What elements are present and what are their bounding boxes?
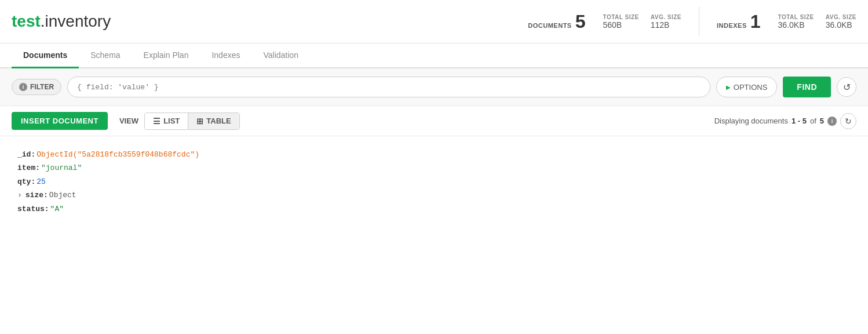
documents-total-size: TOTAL SIZE 560B — [603, 14, 639, 30]
refresh-icon: ↻ — [845, 117, 852, 126]
filter-label: FILTER — [30, 83, 54, 91]
doc-item-field: item: "journal" — [17, 161, 851, 175]
documents-count: 5 — [575, 12, 586, 31]
insert-document-button[interactable]: INSERT DOCUMENT — [12, 112, 108, 130]
refresh-button[interactable]: ↻ — [840, 113, 856, 129]
indexes-avg-size: AVG. SIZE 36.0KB — [826, 14, 856, 30]
documents-size-stats: TOTAL SIZE 560B AVG. SIZE 112B — [603, 14, 681, 30]
filter-input[interactable] — [67, 77, 710, 97]
doc-qty-key: qty: — [17, 175, 35, 188]
doc-item-value: "journal" — [41, 161, 82, 175]
documents-stat: DOCUMENTS 5 — [528, 12, 585, 31]
indexes-size-stats: TOTAL SIZE 36.0KB AVG. SIZE 36.0KB — [778, 14, 856, 30]
doc-id-value: ObjectId("5a2818fcb3559f048b68fcdc") — [37, 148, 199, 161]
doc-status-value: "A" — [50, 202, 64, 216]
doc-item-key: item: — [17, 161, 40, 175]
doc-id-field: _id: ObjectId("5a2818fcb3559f048b68fcdc"… — [17, 148, 851, 161]
options-arrow-icon: ▶ — [726, 84, 731, 90]
documents-label: DOCUMENTS — [528, 22, 571, 29]
display-of: of — [810, 117, 816, 125]
tab-explain-plan[interactable]: Explain Plan — [132, 43, 200, 68]
display-count: 5 — [820, 117, 824, 125]
collection-title: test.inventory — [12, 12, 111, 31]
filter-info-icon: i — [19, 83, 27, 91]
list-view-button[interactable]: ☰ LIST — [145, 113, 188, 129]
doc-status-field: status: "A" — [17, 202, 851, 216]
filter-button[interactable]: i FILTER — [12, 79, 61, 95]
options-button[interactable]: ▶ OPTIONS — [716, 77, 778, 97]
document-area: _id: ObjectId("5a2818fcb3559f048b68fcdc"… — [0, 136, 868, 252]
find-button[interactable]: FIND — [783, 77, 831, 97]
documents-avg-size: AVG. SIZE 112B — [651, 14, 681, 30]
indexes-count: 1 — [750, 12, 761, 31]
page-header: test.inventory DOCUMENTS 5 TOTAL SIZE 56… — [0, 0, 868, 43]
tab-validation[interactable]: Validation — [251, 43, 309, 68]
table-view-button[interactable]: ⊞ TABLE — [188, 113, 239, 129]
list-label: LIST — [163, 117, 180, 125]
display-text-prefix: Displaying documents — [714, 117, 788, 125]
stats-group: DOCUMENTS 5 TOTAL SIZE 560B AVG. SIZE 11… — [528, 7, 856, 36]
tab-documents[interactable]: Documents — [12, 43, 79, 68]
indexes-total-size: TOTAL SIZE 36.0KB — [778, 14, 814, 30]
tab-schema[interactable]: Schema — [79, 43, 132, 68]
list-icon: ☰ — [153, 117, 161, 126]
stat-divider — [699, 7, 699, 36]
document-toolbar: INSERT DOCUMENT VIEW ☰ LIST ⊞ TABLE Disp… — [0, 106, 868, 136]
display-info-icon[interactable]: i — [827, 117, 837, 126]
view-label: VIEW — [119, 117, 138, 125]
filter-bar: i FILTER ▶ OPTIONS FIND ↺ — [0, 68, 868, 106]
tab-bar: Documents Schema Explain Plan Indexes Va… — [0, 43, 868, 68]
table-icon: ⊞ — [196, 117, 203, 126]
reset-icon: ↺ — [843, 82, 851, 93]
doc-qty-field: qty: 25 — [17, 175, 851, 188]
doc-size-key: size: — [25, 188, 48, 202]
doc-qty-value: 25 — [37, 175, 46, 188]
brand-name: test — [12, 12, 41, 30]
doc-size-type: Object — [49, 188, 76, 202]
reset-button[interactable]: ↺ — [837, 77, 856, 97]
view-toggle: ☰ LIST ⊞ TABLE — [144, 112, 240, 130]
table-label: TABLE — [206, 117, 231, 125]
collection-name: inventory — [45, 12, 111, 30]
doc-status-key: status: — [17, 202, 49, 216]
expand-icon[interactable]: › — [17, 188, 22, 202]
options-label: OPTIONS — [734, 83, 768, 92]
display-info: Displaying documents 1 - 5 of 5 i ↻ — [714, 113, 856, 129]
indexes-label: INDEXES — [717, 22, 747, 29]
display-range: 1 - 5 — [792, 117, 807, 125]
tab-indexes[interactable]: Indexes — [200, 43, 251, 68]
doc-size-field: › size: Object — [17, 188, 851, 202]
indexes-stat: INDEXES 1 — [717, 12, 761, 31]
doc-id-key: _id: — [17, 148, 35, 161]
